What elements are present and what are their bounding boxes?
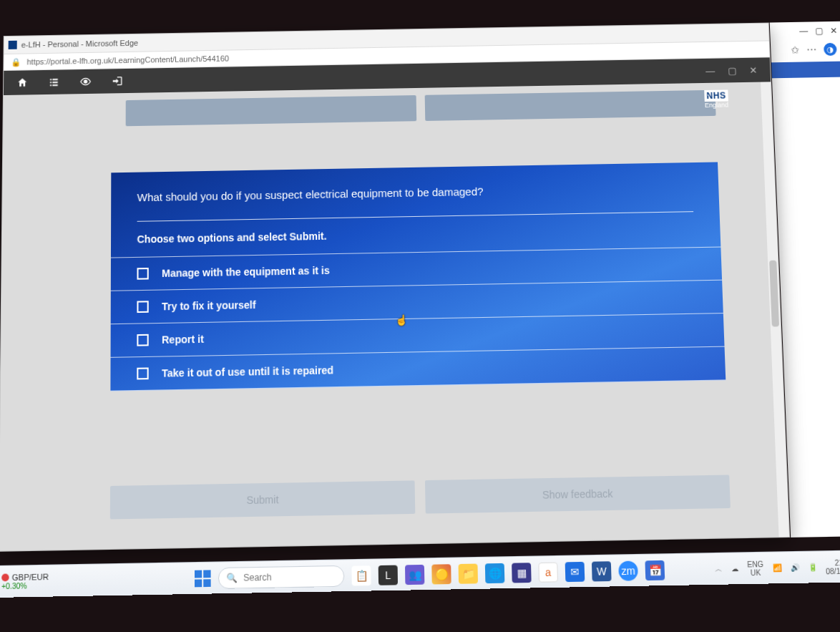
stock-delta: +0.30% bbox=[1, 581, 49, 590]
zoom-icon[interactable]: zm bbox=[618, 560, 638, 580]
lock-icon: 🔒 bbox=[11, 57, 21, 67]
maximize-icon[interactable]: ▢ bbox=[815, 26, 824, 36]
monitor-screen: ― ▢ ✕ ✩ ⋯ ◑ e-LfH - Personal - Microsoft… bbox=[0, 21, 840, 598]
section-tab[interactable] bbox=[425, 90, 716, 121]
word-icon[interactable]: W bbox=[592, 561, 612, 581]
eye-icon[interactable] bbox=[80, 76, 92, 87]
edge-icon[interactable]: 🌐 bbox=[485, 563, 505, 583]
favorite-icon[interactable]: ✩ bbox=[791, 44, 800, 56]
taskbar-app-icon[interactable]: a bbox=[538, 562, 558, 582]
section-tabs bbox=[126, 90, 716, 127]
parent-page-header bbox=[771, 62, 840, 79]
windows-taskbar: GBP/EUR +0.30% 🔍 Search 📋 L 👥 🟡 📁 🌐 ▦ a … bbox=[0, 550, 840, 598]
edge-popup-window: e-LfH - Personal - Microsoft Edge 🔒 http… bbox=[0, 23, 790, 552]
time-text: 21:0 bbox=[834, 558, 840, 567]
taskbar-app-icon[interactable]: 📋 bbox=[351, 565, 371, 585]
checkbox-icon[interactable] bbox=[137, 301, 148, 313]
divider bbox=[137, 211, 694, 222]
taskbar-app-icon[interactable]: 🟡 bbox=[431, 564, 451, 584]
exit-icon[interactable] bbox=[112, 75, 123, 87]
svg-rect-4 bbox=[50, 84, 52, 86]
more-icon[interactable]: ⋯ bbox=[806, 44, 817, 55]
minimize-icon[interactable]: ― bbox=[799, 26, 809, 37]
section-tab[interactable] bbox=[126, 95, 417, 126]
nhs-logo-text: NHS bbox=[704, 89, 728, 102]
checkbox-icon[interactable] bbox=[137, 367, 148, 379]
svg-point-6 bbox=[84, 80, 87, 83]
home-icon[interactable] bbox=[16, 77, 28, 88]
answer-label: Manage with the equipment as it is bbox=[162, 265, 330, 280]
quiz-panel: What should you do if you suspect electr… bbox=[110, 162, 726, 391]
svg-rect-5 bbox=[52, 84, 57, 86]
svg-rect-3 bbox=[52, 82, 57, 83]
lang-top: ENG bbox=[747, 560, 763, 568]
chevron-up-icon[interactable]: ︿ bbox=[715, 563, 723, 574]
wifi-icon[interactable]: 📶 bbox=[772, 563, 781, 572]
answer-label: Report it bbox=[162, 333, 204, 346]
action-buttons: Submit Show feedback bbox=[110, 475, 731, 519]
svg-rect-1 bbox=[52, 79, 57, 80]
volume-icon[interactable]: 🔊 bbox=[790, 563, 799, 572]
svg-rect-2 bbox=[50, 82, 52, 83]
copilot-icon[interactable]: ◑ bbox=[824, 43, 837, 56]
popup-minimize-icon[interactable]: ― bbox=[705, 65, 716, 76]
url-text: https://portal.e-lfh.org.uk/LearningCont… bbox=[26, 54, 229, 67]
outlook-icon[interactable]: ✉ bbox=[565, 561, 585, 581]
close-icon[interactable]: ✕ bbox=[830, 26, 838, 36]
file-explorer-icon[interactable]: 📁 bbox=[459, 563, 478, 583]
language-indicator[interactable]: ENG UK bbox=[747, 560, 763, 577]
taskbar-stock-widget[interactable]: GBP/EUR +0.30% bbox=[0, 572, 56, 590]
window-title: e-LfH - Personal - Microsoft Edge bbox=[21, 39, 139, 49]
lang-bottom: UK bbox=[751, 568, 761, 577]
taskbar-search[interactable]: 🔍 Search bbox=[218, 565, 344, 588]
checkbox-icon[interactable] bbox=[137, 334, 148, 346]
taskbar-app-icon[interactable]: L bbox=[379, 565, 398, 585]
answer-label: Try to fix it yourself bbox=[162, 299, 256, 313]
onedrive-icon[interactable]: ☁ bbox=[731, 564, 739, 573]
submit-button[interactable]: Submit bbox=[110, 480, 415, 519]
scrollbar-thumb[interactable] bbox=[769, 261, 779, 327]
battery-icon[interactable]: 🔋 bbox=[808, 563, 817, 572]
show-feedback-button[interactable]: Show feedback bbox=[425, 475, 731, 513]
nhs-logo-subtext: England bbox=[705, 101, 729, 109]
search-placeholder: Search bbox=[243, 572, 272, 583]
date-text: 08/11/202 bbox=[826, 566, 840, 575]
content-viewport: NHS England What should you do if you su… bbox=[0, 82, 789, 550]
start-button[interactable] bbox=[195, 570, 211, 587]
menu-list-icon[interactable] bbox=[48, 77, 59, 88]
answer-label: Take it out of use until it is repaired bbox=[162, 364, 333, 379]
clock[interactable]: 21:0 08/11/202 bbox=[825, 558, 840, 575]
stock-pair: GBP/EUR bbox=[12, 572, 49, 582]
stock-down-icon bbox=[1, 573, 9, 581]
question-text: What should you do if you suspect electr… bbox=[111, 181, 719, 214]
calendar-icon[interactable]: 📅 bbox=[645, 560, 665, 580]
svg-rect-0 bbox=[50, 79, 52, 80]
search-icon: 🔍 bbox=[226, 572, 238, 583]
teams-icon[interactable]: 👥 bbox=[405, 564, 424, 584]
taskbar-app-icon[interactable]: ▦ bbox=[512, 563, 532, 583]
nhs-england-logo: NHS England bbox=[704, 89, 728, 109]
favicon-icon bbox=[9, 41, 17, 49]
popup-close-icon[interactable]: ✕ bbox=[749, 64, 758, 75]
popup-maximize-icon[interactable]: ▢ bbox=[728, 65, 737, 76]
checkbox-icon[interactable] bbox=[137, 268, 148, 280]
